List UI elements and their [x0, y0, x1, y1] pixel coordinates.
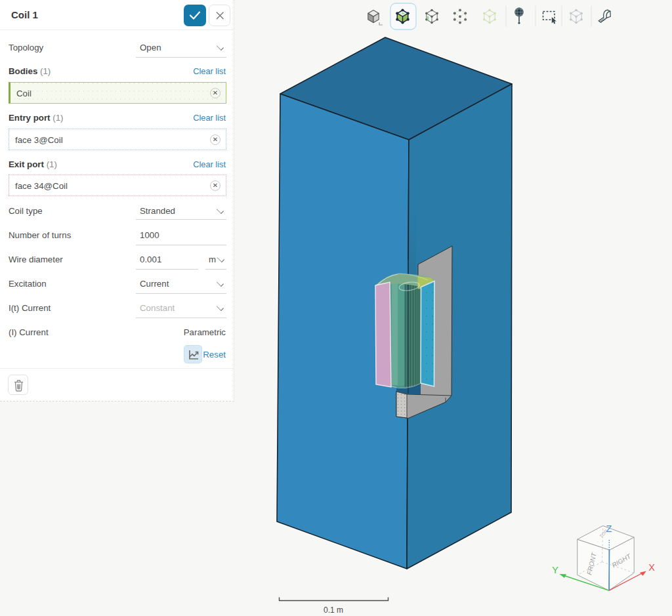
svg-text:X: X: [648, 562, 655, 573]
svg-text:Y: Y: [552, 565, 558, 575]
svg-text:0.1 m: 0.1 m: [324, 606, 343, 615]
svg-text:Z: Z: [606, 524, 612, 534]
